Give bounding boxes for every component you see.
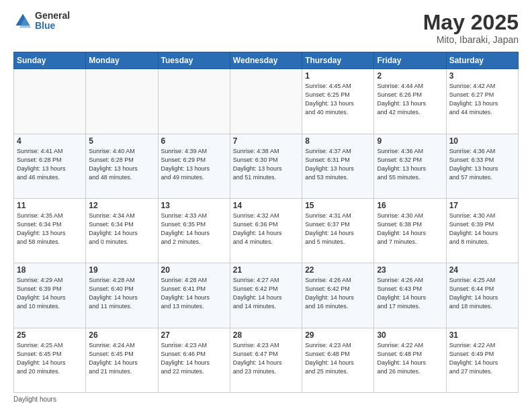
logo-blue: Blue <box>35 21 70 31</box>
col-header-monday: Monday <box>86 52 158 69</box>
day-info: Sunrise: 4:23 AM Sunset: 6:48 PM Dayligh… <box>305 341 371 376</box>
page: General Blue May 2025 Mito, Ibaraki, Jap… <box>0 0 532 411</box>
day-info: Sunrise: 4:44 AM Sunset: 6:26 PM Dayligh… <box>377 82 443 117</box>
calendar-cell: 14Sunrise: 4:32 AM Sunset: 6:36 PM Dayli… <box>230 198 302 263</box>
day-number: 15 <box>305 201 371 210</box>
day-info: Sunrise: 4:31 AM Sunset: 6:37 PM Dayligh… <box>305 212 371 246</box>
calendar-cell: 8Sunrise: 4:37 AM Sunset: 6:31 PM Daylig… <box>302 134 374 198</box>
day-info: Sunrise: 4:26 AM Sunset: 6:43 PM Dayligh… <box>377 276 443 311</box>
calendar-cell: 28Sunrise: 4:23 AM Sunset: 6:47 PM Dayli… <box>230 328 302 392</box>
logo-text: General Blue <box>35 11 70 32</box>
day-number: 12 <box>89 201 154 210</box>
col-header-sunday: Sunday <box>14 52 86 69</box>
day-number: 28 <box>233 330 299 340</box>
day-number: 30 <box>377 330 443 340</box>
day-number: 22 <box>305 265 371 275</box>
day-number: 25 <box>17 330 83 340</box>
col-header-saturday: Saturday <box>446 52 518 69</box>
calendar-cell: 13Sunrise: 4:33 AM Sunset: 6:35 PM Dayli… <box>158 198 230 263</box>
day-info: Sunrise: 4:36 AM Sunset: 6:33 PM Dayligh… <box>449 147 515 182</box>
day-info: Sunrise: 4:37 AM Sunset: 6:31 PM Dayligh… <box>305 147 371 182</box>
calendar-cell: 23Sunrise: 4:26 AM Sunset: 6:43 PM Dayli… <box>374 263 446 328</box>
calendar-cell: 10Sunrise: 4:36 AM Sunset: 6:33 PM Dayli… <box>446 134 518 198</box>
calendar-cell: 9Sunrise: 4:36 AM Sunset: 6:32 PM Daylig… <box>374 134 446 198</box>
day-info: Sunrise: 4:28 AM Sunset: 6:41 PM Dayligh… <box>161 276 227 311</box>
day-info: Sunrise: 4:22 AM Sunset: 6:49 PM Dayligh… <box>449 341 515 376</box>
day-number: 26 <box>89 330 154 340</box>
calendar-cell: 16Sunrise: 4:30 AM Sunset: 6:38 PM Dayli… <box>374 198 446 263</box>
day-number: 11 <box>17 201 83 210</box>
day-number: 19 <box>89 265 154 275</box>
calendar-cell: 17Sunrise: 4:30 AM Sunset: 6:39 PM Dayli… <box>446 198 518 263</box>
calendar-cell: 25Sunrise: 4:25 AM Sunset: 6:45 PM Dayli… <box>14 328 86 392</box>
calendar-cell <box>86 69 158 134</box>
calendar-cell: 29Sunrise: 4:23 AM Sunset: 6:48 PM Dayli… <box>302 328 374 392</box>
calendar-week-3: 11Sunrise: 4:35 AM Sunset: 6:34 PM Dayli… <box>14 198 519 263</box>
calendar-cell: 6Sunrise: 4:39 AM Sunset: 6:29 PM Daylig… <box>158 134 230 198</box>
day-info: Sunrise: 4:28 AM Sunset: 6:40 PM Dayligh… <box>89 276 154 311</box>
day-number: 21 <box>233 265 299 275</box>
calendar-cell: 27Sunrise: 4:23 AM Sunset: 6:46 PM Dayli… <box>158 328 230 392</box>
day-info: Sunrise: 4:27 AM Sunset: 6:42 PM Dayligh… <box>233 276 299 311</box>
calendar-week-4: 18Sunrise: 4:29 AM Sunset: 6:39 PM Dayli… <box>14 263 519 328</box>
day-info: Sunrise: 4:45 AM Sunset: 6:25 PM Dayligh… <box>305 82 371 117</box>
col-header-friday: Friday <box>374 52 446 69</box>
calendar-cell: 7Sunrise: 4:38 AM Sunset: 6:30 PM Daylig… <box>230 134 302 198</box>
calendar-week-1: 1Sunrise: 4:45 AM Sunset: 6:25 PM Daylig… <box>14 69 519 134</box>
location: Mito, Ibaraki, Japan <box>423 34 519 45</box>
calendar-cell: 18Sunrise: 4:29 AM Sunset: 6:39 PM Dayli… <box>14 263 86 328</box>
day-number: 7 <box>233 136 299 146</box>
title-block: May 2025 Mito, Ibaraki, Japan <box>423 11 519 45</box>
logo-general: General <box>35 11 70 21</box>
logo: General Blue <box>13 11 70 32</box>
calendar-cell: 21Sunrise: 4:27 AM Sunset: 6:42 PM Dayli… <box>230 263 302 328</box>
calendar-cell: 22Sunrise: 4:26 AM Sunset: 6:42 PM Dayli… <box>302 263 374 328</box>
day-number: 29 <box>305 330 371 340</box>
day-info: Sunrise: 4:34 AM Sunset: 6:34 PM Dayligh… <box>89 212 154 246</box>
col-header-tuesday: Tuesday <box>158 52 230 69</box>
col-header-wednesday: Wednesday <box>230 52 302 69</box>
calendar-cell: 15Sunrise: 4:31 AM Sunset: 6:37 PM Dayli… <box>302 198 374 263</box>
day-number: 13 <box>161 201 227 210</box>
day-number: 2 <box>377 71 443 81</box>
day-info: Sunrise: 4:23 AM Sunset: 6:46 PM Dayligh… <box>161 341 227 376</box>
calendar-cell: 11Sunrise: 4:35 AM Sunset: 6:34 PM Dayli… <box>14 198 86 263</box>
calendar-cell: 20Sunrise: 4:28 AM Sunset: 6:41 PM Dayli… <box>158 263 230 328</box>
day-number: 4 <box>17 136 83 146</box>
logo-icon <box>13 11 32 30</box>
day-number: 17 <box>449 201 515 210</box>
day-number: 18 <box>17 265 83 275</box>
day-number: 20 <box>161 265 227 275</box>
day-number: 10 <box>449 136 515 146</box>
day-info: Sunrise: 4:23 AM Sunset: 6:47 PM Dayligh… <box>233 341 299 376</box>
calendar-cell: 19Sunrise: 4:28 AM Sunset: 6:40 PM Dayli… <box>86 263 158 328</box>
day-info: Sunrise: 4:26 AM Sunset: 6:42 PM Dayligh… <box>305 276 371 311</box>
day-info: Sunrise: 4:36 AM Sunset: 6:32 PM Dayligh… <box>377 147 443 182</box>
day-info: Sunrise: 4:33 AM Sunset: 6:35 PM Dayligh… <box>161 212 227 246</box>
day-number: 3 <box>449 71 515 81</box>
day-number: 1 <box>305 71 371 81</box>
day-info: Sunrise: 4:30 AM Sunset: 6:39 PM Dayligh… <box>449 212 515 246</box>
calendar-cell: 3Sunrise: 4:42 AM Sunset: 6:27 PM Daylig… <box>446 69 518 134</box>
day-number: 16 <box>377 201 443 210</box>
day-number: 27 <box>161 330 227 340</box>
day-info: Sunrise: 4:40 AM Sunset: 6:28 PM Dayligh… <box>89 147 154 182</box>
calendar-cell <box>158 69 230 134</box>
calendar-cell: 2Sunrise: 4:44 AM Sunset: 6:26 PM Daylig… <box>374 69 446 134</box>
day-number: 8 <box>305 136 371 146</box>
day-number: 5 <box>89 136 154 146</box>
calendar-cell: 30Sunrise: 4:22 AM Sunset: 6:48 PM Dayli… <box>374 328 446 392</box>
calendar-header-row: SundayMondayTuesdayWednesdayThursdayFrid… <box>14 52 519 69</box>
calendar-cell: 4Sunrise: 4:41 AM Sunset: 6:28 PM Daylig… <box>14 134 86 198</box>
calendar-cell <box>230 69 302 134</box>
footer-note: Daylight hours <box>13 396 519 403</box>
day-number: 31 <box>449 330 515 340</box>
calendar-cell: 24Sunrise: 4:25 AM Sunset: 6:44 PM Dayli… <box>446 263 518 328</box>
header: General Blue May 2025 Mito, Ibaraki, Jap… <box>13 11 519 45</box>
calendar-week-2: 4Sunrise: 4:41 AM Sunset: 6:28 PM Daylig… <box>14 134 519 198</box>
calendar-cell: 26Sunrise: 4:24 AM Sunset: 6:45 PM Dayli… <box>86 328 158 392</box>
day-info: Sunrise: 4:22 AM Sunset: 6:48 PM Dayligh… <box>377 341 443 376</box>
day-info: Sunrise: 4:35 AM Sunset: 6:34 PM Dayligh… <box>17 212 83 246</box>
main-title: May 2025 <box>423 11 519 34</box>
calendar-cell <box>14 69 86 134</box>
